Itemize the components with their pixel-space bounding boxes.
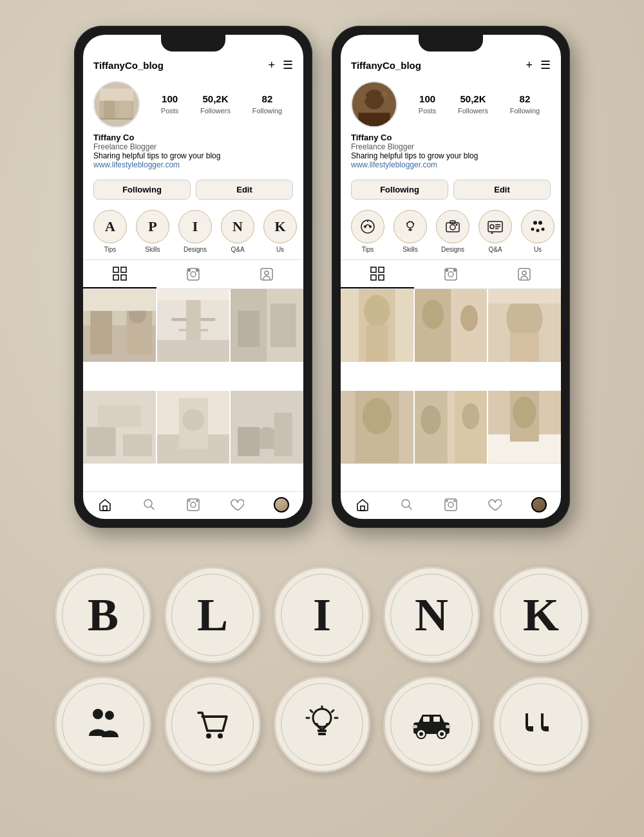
bio-section-2: Tiffany Co Freelance Blogger Sharing hel…	[341, 133, 561, 176]
letter-L: L	[197, 592, 228, 638]
circle-L[interactable]: L	[164, 567, 261, 663]
svg-point-119	[446, 500, 448, 502]
grid-cell-2-6[interactable]	[488, 391, 561, 464]
svg-line-64	[406, 223, 408, 224]
svg-point-85	[448, 272, 453, 277]
highlight-designs-2[interactable]: Designs	[436, 210, 469, 253]
svg-point-53	[362, 95, 367, 100]
svg-point-86	[446, 270, 448, 272]
grid-cell-2-4[interactable]	[341, 391, 413, 464]
nav-search-1[interactable]	[127, 497, 171, 513]
highlight-label-tips-1: Tips	[104, 246, 117, 253]
svg-rect-141	[412, 725, 417, 728]
grid-cell-1-6[interactable]	[231, 391, 303, 464]
circle-I[interactable]: I	[274, 567, 370, 663]
nav-likes-2[interactable]	[473, 497, 516, 513]
circle-car[interactable]	[383, 676, 480, 773]
avatar-2[interactable]	[351, 81, 397, 127]
svg-point-54	[381, 91, 386, 97]
highlight-label-qa-2: Q&A	[488, 246, 502, 253]
menu-icon-1[interactable]: ☰	[283, 58, 293, 72]
profile-row-2: 100 Posts 50,2K Followers 82 Following	[341, 77, 561, 133]
svg-point-97	[422, 300, 444, 329]
tab-reels-1[interactable]	[156, 260, 230, 288]
nav-home-2[interactable]	[341, 497, 384, 513]
tab-grid-2[interactable]	[341, 260, 414, 288]
bio-text-2: Sharing helpful tips to grow your blog	[351, 151, 551, 160]
svg-point-121	[93, 709, 103, 719]
svg-point-138	[419, 732, 423, 736]
svg-rect-127	[317, 729, 327, 732]
svg-rect-135	[423, 717, 430, 722]
bio-link-1[interactable]: www.lifestyleblogger.com	[93, 160, 293, 169]
svg-rect-21	[83, 289, 156, 311]
svg-rect-27	[157, 289, 230, 300]
circle-cart[interactable]	[164, 676, 261, 773]
svg-point-78	[542, 228, 545, 231]
grid-cell-1-4[interactable]	[83, 391, 156, 464]
following-label-2: Following	[510, 107, 540, 115]
svg-point-59	[407, 221, 413, 228]
tab-reels-2[interactable]	[414, 260, 488, 288]
edit-button-1[interactable]: Edit	[196, 180, 293, 200]
nav-home-1[interactable]	[83, 497, 127, 513]
avatar-1[interactable]	[93, 81, 140, 127]
svg-rect-44	[103, 506, 107, 511]
following-button-1[interactable]: Following	[93, 180, 191, 200]
highlight-circle-us-1: K	[263, 210, 297, 243]
posts-label-2: Posts	[419, 107, 437, 115]
stats-row-2: 100 Posts 50,2K Followers 82 Following	[408, 93, 551, 116]
highlight-tips-2[interactable]: Tips	[351, 210, 384, 253]
svg-point-79	[536, 229, 540, 232]
grid-cell-2-2[interactable]	[415, 289, 488, 362]
svg-line-130	[310, 710, 312, 712]
bio-text-1: Sharing helpful tips to grow your blog	[93, 151, 293, 160]
svg-point-98	[460, 305, 478, 332]
edit-button-2[interactable]: Edit	[453, 180, 551, 200]
circle-N[interactable]: N	[383, 567, 480, 663]
grid-cell-2-5[interactable]	[415, 391, 488, 464]
circle-K[interactable]: K	[493, 567, 589, 663]
highlight-us-2[interactable]: Us	[521, 210, 554, 253]
svg-point-11	[191, 272, 196, 277]
circle-B[interactable]: B	[55, 567, 151, 663]
letter-K: K	[523, 592, 559, 638]
nav-profile-2[interactable]	[517, 497, 561, 513]
grid-cell-2-1[interactable]	[341, 289, 413, 362]
add-icon-2[interactable]: +	[526, 59, 533, 72]
tab-grid-1[interactable]	[83, 260, 156, 288]
highlight-us-1[interactable]: K Us	[263, 210, 297, 253]
tab-tagged-1[interactable]	[230, 260, 303, 288]
add-icon-1[interactable]: +	[268, 59, 275, 72]
bio-link-2[interactable]: www.lifestyleblogger.com	[351, 160, 551, 169]
svg-line-65	[413, 223, 414, 224]
highlight-skills-1[interactable]: P Skills	[136, 210, 169, 253]
svg-point-89	[522, 271, 526, 275]
nav-likes-1[interactable]	[215, 497, 259, 513]
svg-point-71	[490, 225, 494, 229]
grid-cell-1-5[interactable]	[157, 391, 230, 464]
svg-point-57	[369, 225, 372, 228]
following-button-2[interactable]: Following	[351, 180, 448, 200]
menu-icon-2[interactable]: ☰	[540, 58, 551, 72]
grid-cell-2-3[interactable]	[488, 289, 561, 362]
highlight-skills-2[interactable]: Skills	[393, 210, 427, 253]
nav-reels-2[interactable]	[429, 497, 473, 513]
grid-cell-1-3[interactable]	[231, 289, 303, 362]
grid-cell-1-1[interactable]	[83, 289, 156, 362]
tab-tagged-2[interactable]	[488, 260, 561, 288]
circle-quote[interactable]	[493, 676, 589, 773]
posts-label-1: Posts	[161, 107, 179, 115]
circle-people[interactable]	[55, 676, 151, 773]
grid-cell-1-2[interactable]	[157, 289, 230, 362]
highlight-tips-1[interactable]: A Tips	[93, 210, 127, 253]
highlight-designs-1[interactable]: I Designs	[178, 210, 212, 253]
highlight-qa-1[interactable]: N Q&A	[221, 210, 254, 253]
nav-profile-1[interactable]	[260, 497, 303, 513]
nav-reels-1[interactable]	[171, 497, 215, 513]
highlight-label-qa-1: Q&A	[231, 246, 244, 253]
nav-search-2[interactable]	[384, 497, 428, 513]
svg-point-51	[365, 89, 384, 109]
circle-bulb[interactable]	[274, 676, 370, 773]
highlight-qa-2[interactable]: Q&A	[478, 210, 512, 253]
